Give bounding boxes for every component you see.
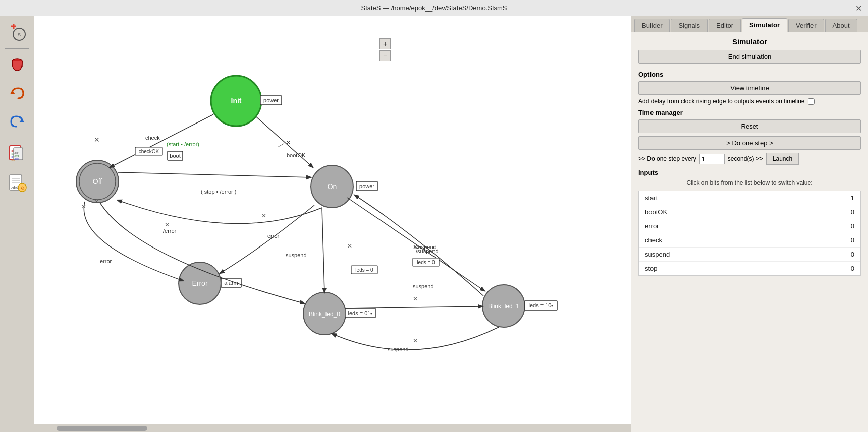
window-title: StateS — /home/epok__/dev/StateS/Demo.Sf… [361, 4, 507, 12]
input-row-start: start 1 [639, 191, 860, 205]
input-name-check: check [645, 236, 662, 244]
svg-text:error: error [100, 258, 112, 264]
svg-text:suspend: suspend [286, 252, 307, 258]
input-value-start[interactable]: 1 [844, 194, 854, 202]
svg-text:power: power [359, 183, 374, 189]
svg-text:✕: ✕ [413, 295, 418, 302]
input-name-stop: stop [645, 265, 658, 272]
svg-text:✕: ✕ [286, 139, 291, 146]
svg-text:⚙: ⚙ [21, 186, 25, 191]
input-value-error[interactable]: 0 [844, 222, 854, 230]
add-delay-row: Add delay from clock rising edge to outp… [638, 98, 861, 105]
seconds-suffix: second(s) >> [728, 155, 763, 162]
canvas-area: Init power Off On power Er [34, 16, 631, 432]
view-timeline-button[interactable]: View timeline [638, 81, 861, 95]
svg-text:✕: ✕ [413, 337, 418, 344]
zoom-out-button[interactable]: − [379, 50, 391, 61]
inputs-label: Inputs [638, 169, 861, 176]
export-button[interactable]: .pdf .svg .png .jpg .pdf .svg .png [4, 141, 30, 167]
svg-text:bootOK: bootOK [287, 152, 306, 158]
svg-text:✕: ✕ [261, 212, 266, 219]
input-value-bootOK[interactable]: 0 [844, 208, 854, 216]
title-bar: StateS — /home/epok__/dev/StateS/Demo.Sf… [0, 0, 868, 16]
tab-about[interactable]: About [825, 19, 857, 32]
end-simulation-button[interactable]: End simulation [638, 50, 861, 64]
input-value-stop[interactable]: 0 [844, 265, 854, 272]
input-name-start: start [645, 194, 658, 202]
svg-text:boot: boot [170, 153, 180, 159]
svg-text:Init: Init [231, 97, 242, 105]
time-manager-label: Time manager [638, 109, 861, 116]
zoom-in-button[interactable]: + [379, 38, 391, 49]
toolbar: S .pd [0, 16, 34, 432]
svg-text:—: — [276, 140, 286, 149]
svg-text:/error: /error [163, 228, 177, 234]
input-value-check[interactable]: 0 [844, 236, 854, 244]
svg-text:checkOK: checkOK [139, 149, 159, 154]
svg-text:S: S [17, 32, 20, 37]
svg-line-71 [346, 306, 482, 308]
tab-builder[interactable]: Builder [634, 19, 670, 32]
inputs-instruction: Click on bits from the list below to swi… [638, 179, 861, 187]
svg-line-46 [256, 117, 313, 167]
svg-text:suspend: suspend [413, 283, 434, 289]
vhdl-button[interactable]: .vhdl ⚙ [4, 169, 30, 196]
svg-text:leds = 10₂: leds = 10₂ [529, 302, 554, 308]
svg-text:( stop • /error ): ( stop • /error ) [201, 189, 236, 195]
inputs-table: start 1 bootOK 0 error 0 check 0 suspend… [638, 191, 861, 276]
svg-text:leds = 01₂: leds = 01₂ [348, 310, 373, 316]
input-name-bootOK: bootOK [645, 208, 667, 216]
input-row-check: check 0 [639, 233, 860, 248]
svg-text:.png: .png [14, 157, 19, 160]
input-row-error: error 0 [639, 219, 860, 233]
tab-verifier[interactable]: Verifier [788, 19, 824, 32]
input-row-suspend: suspend 0 [639, 248, 860, 262]
panel-content: Simulator End simulation Options View ti… [631, 32, 868, 432]
do-one-step-every-row: >> Do one step every second(s) >> Launch [638, 153, 861, 165]
svg-text:✕: ✕ [81, 203, 86, 210]
svg-line-61 [322, 208, 324, 292]
step-interval-input[interactable] [699, 154, 725, 164]
horizontal-scrollbar[interactable] [34, 424, 631, 432]
tab-signals[interactable]: Signals [671, 19, 708, 32]
add-delay-checkbox[interactable] [808, 98, 815, 105]
svg-text:Error: Error [192, 279, 207, 287]
svg-text:On: On [328, 182, 337, 191]
svg-text:✕: ✕ [347, 242, 352, 250]
tab-simulator[interactable]: Simulator [742, 18, 787, 32]
tab-editor[interactable]: Editor [709, 19, 741, 32]
reset-button[interactable]: Reset [638, 119, 861, 133]
delete-button[interactable] [4, 52, 30, 78]
add-delay-label: Add delay from clock rising edge to outp… [638, 98, 805, 105]
state-diagram[interactable]: Init power Off On power Er [34, 16, 564, 414]
zoom-controls: + − [379, 38, 391, 61]
input-row-bootOK: bootOK 0 [639, 205, 860, 219]
svg-text:/suspend: /suspend [416, 248, 439, 254]
svg-text:leds = 0: leds = 0 [417, 260, 435, 265]
svg-line-52 [118, 172, 311, 177]
toolbar-divider-2 [5, 138, 29, 138]
launch-button[interactable]: Launch [766, 153, 799, 165]
svg-text:(start • /error): (start • /error) [167, 141, 199, 147]
do-one-step-every-prefix: >> Do one step every [638, 155, 696, 162]
svg-text:check: check [145, 135, 160, 141]
svg-text:suspend: suspend [388, 346, 409, 352]
svg-text:error: error [267, 233, 280, 239]
tabs-bar: Builder Signals Editor Simulator Verifie… [631, 16, 868, 32]
svg-text:✕: ✕ [165, 221, 170, 228]
do-one-step-button[interactable]: > Do one step > [638, 136, 861, 150]
close-button[interactable]: ✕ [855, 3, 862, 13]
add-state-button[interactable]: S [4, 19, 30, 45]
input-name-suspend: suspend [645, 251, 670, 258]
undo-button[interactable] [4, 80, 30, 106]
input-value-suspend[interactable]: 0 [844, 251, 854, 258]
svg-text:Off: Off [93, 177, 102, 186]
input-row-stop: stop 0 [639, 262, 860, 275]
input-name-error: error [645, 222, 659, 230]
svg-text:leds = 0: leds = 0 [355, 267, 373, 273]
toolbar-divider-1 [5, 48, 29, 49]
svg-text:Blink_led_0: Blink_led_0 [309, 311, 340, 318]
redo-button[interactable] [4, 108, 30, 135]
svg-text:Blink_led_1: Blink_led_1 [488, 303, 519, 310]
options-label: Options [638, 71, 861, 78]
